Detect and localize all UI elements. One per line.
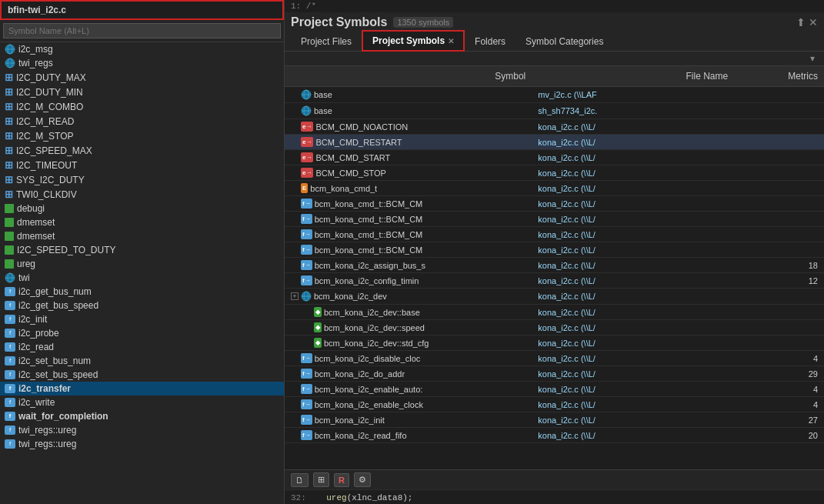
table-row[interactable]: f→bcm_kona_i2c_config_timinkona_i2c.c (\… bbox=[285, 273, 824, 289]
toolbar-page-btn[interactable]: 🗋 bbox=[291, 473, 309, 487]
search-input[interactable] bbox=[3, 23, 281, 38]
list-item-TWI0_CLKDIV[interactable]: ⊞TWI0_CLKDIV bbox=[0, 187, 284, 202]
list-item-dmemset2[interactable]: dmemset bbox=[0, 229, 284, 243]
list-item-twi_regs_ureg2[interactable]: ftwi_regs::ureg bbox=[0, 437, 284, 451]
list-item-I2C_M_COMBO[interactable]: ⊞I2C_M_COMBO bbox=[0, 99, 284, 114]
list-item-i2c_read[interactable]: fi2c_read bbox=[0, 340, 284, 354]
list-item-twi_regs[interactable]: twi_regs bbox=[0, 56, 284, 70]
symbol-cell: base bbox=[285, 103, 532, 118]
list-item-i2c_transfer[interactable]: fi2c_transfer bbox=[0, 382, 284, 396]
symbol-cell: e→BCM_CMD_NOACTION bbox=[285, 119, 532, 134]
table-row[interactable]: f→bcm_kona_cmd_t::BCM_CMkona_i2c.c (\\L/ bbox=[285, 227, 824, 242]
list-item-i2c_set_bus_speed[interactable]: fi2c_set_bus_speed bbox=[0, 368, 284, 382]
list-item-I2C_DUTY_MAX[interactable]: ⊞I2C_DUTY_MAX bbox=[0, 70, 284, 85]
list-item-I2C_SPEED_MAX[interactable]: ⊞I2C_SPEED_MAX bbox=[0, 143, 284, 158]
list-item-twi_regs_ureg[interactable]: ftwi_regs::ureg bbox=[0, 423, 284, 437]
list-item-i2c_set_bus_num[interactable]: fi2c_set_bus_num bbox=[0, 354, 284, 368]
list-item-i2c_get_bus_num[interactable]: fi2c_get_bus_num bbox=[0, 285, 284, 299]
list-item-SYS_I2C_DUTY[interactable]: ⊞SYS_I2C_DUTY bbox=[0, 172, 284, 187]
metrics-cell: 27 bbox=[734, 412, 824, 428]
tab-folders[interactable]: Folders bbox=[465, 32, 515, 51]
table-row[interactable]: +bcm_kona_i2c_devkona_i2c.c (\\L/ bbox=[285, 289, 824, 305]
table-row[interactable]: f→bcm_kona_i2c_read_fifokona_i2c.c (\\L/… bbox=[285, 428, 824, 443]
sym-globe-group-icon bbox=[301, 291, 312, 302]
toolbar-grid-btn[interactable]: ⊞ bbox=[313, 472, 329, 487]
list-item-label: ureg bbox=[17, 259, 35, 269]
symbol-name: bcm_kona_i2c_enable_clock bbox=[315, 400, 423, 409]
list-item-i2c_msg[interactable]: i2c_msg bbox=[0, 42, 284, 56]
table-row[interactable]: f→bcm_kona_cmd_t::BCM_CMkona_i2c.c (\\L/ bbox=[285, 196, 824, 212]
table-row[interactable]: ◆bcm_kona_i2c_dev::std_cfgkona_i2c.c (\\… bbox=[285, 335, 824, 351]
file-cell: kona_i2c.c (\\L/ bbox=[532, 119, 734, 135]
table-scroll[interactable]: SymbolFile NameMetrics basemv_i2c.c (\\L… bbox=[285, 66, 824, 469]
table-row[interactable]: e→BCM_CMD_STOPkona_i2c.c (\\L/ bbox=[285, 165, 824, 181]
list-item-label: i2c_get_bus_num bbox=[18, 286, 92, 297]
table-row[interactable]: basesh_sh7734_i2c. bbox=[285, 103, 824, 119]
bottom-code: 32: ureg(xlnc_data8); bbox=[285, 489, 824, 504]
list-item-I2C_M_READ[interactable]: ⊞I2C_M_READ bbox=[0, 114, 284, 129]
list-item-i2c_write[interactable]: fi2c_write bbox=[0, 396, 284, 409]
list-item-label: i2c_transfer bbox=[18, 383, 71, 394]
panel-header: Project Symbols 1350 symbols ⬆ ✕ bbox=[285, 12, 824, 29]
metrics-cell: 18 bbox=[734, 258, 824, 273]
table-row[interactable]: f→bcm_kona_cmd_t::BCM_CMkona_i2c.c (\\L/ bbox=[285, 212, 824, 227]
file-cell: kona_i2c.c (\\L/ bbox=[532, 428, 734, 443]
table-row[interactable]: ◆bcm_kona_i2c_dev::basekona_i2c.c (\\L/ bbox=[285, 305, 824, 320]
pin-icon[interactable]: ⬆ bbox=[796, 16, 806, 28]
list-item-I2C_DUTY_MIN[interactable]: ⊞I2C_DUTY_MIN bbox=[0, 85, 284, 99]
table-row[interactable]: f→bcm_kona_i2c_initkona_i2c.c (\\L/27 bbox=[285, 412, 824, 428]
table-row[interactable]: f→bcm_kona_i2c_enable_auto:kona_i2c.c (\… bbox=[285, 382, 824, 397]
table-row[interactable]: f→bcm_kona_i2c_assign_bus_skona_i2c.c (\… bbox=[285, 258, 824, 273]
table-row[interactable]: f→bcm_kona_i2c_do_addrkona_i2c.c (\\L/29 bbox=[285, 366, 824, 382]
dropdown-arrow[interactable]: ▾ bbox=[807, 50, 818, 67]
list-item-ureg[interactable]: ureg bbox=[0, 257, 284, 271]
sym-enum-icon: e→ bbox=[301, 137, 313, 147]
list-item-debugi[interactable]: debugi bbox=[0, 202, 284, 215]
list-item-i2c_get_bus_speed[interactable]: fi2c_get_bus_speed bbox=[0, 299, 284, 312]
symbol-cell: f→bcm_kona_i2c_enable_auto: bbox=[285, 382, 532, 396]
table-row[interactable]: ◆bcm_kona_i2c_dev::speedkona_i2c.c (\\L/ bbox=[285, 320, 824, 335]
file-cell: kona_i2c.c (\\L/ bbox=[532, 382, 734, 397]
sym-fn-icon: f→ bbox=[301, 245, 312, 255]
list-item-i2c_probe[interactable]: fi2c_probe bbox=[0, 326, 284, 340]
filter-row: ▾ bbox=[285, 52, 824, 66]
list-item-label: TWI0_CLKDIV bbox=[16, 189, 77, 200]
blue-fn-icon: f bbox=[5, 398, 15, 407]
green-sq-icon bbox=[5, 232, 14, 241]
tab-close-icon[interactable]: ✕ bbox=[448, 37, 454, 45]
hash-icon: ⊞ bbox=[5, 130, 13, 142]
list-item-i2c_init[interactable]: fi2c_init bbox=[0, 312, 284, 326]
metrics-cell bbox=[734, 165, 824, 181]
list-item-I2C_M_STOP[interactable]: ⊞I2C_M_STOP bbox=[0, 129, 284, 143]
list-item-label: SYS_I2C_DUTY bbox=[16, 175, 85, 185]
metrics-cell bbox=[734, 305, 824, 320]
symbols-table: SymbolFile NameMetrics basemv_i2c.c (\\L… bbox=[285, 66, 824, 443]
table-row[interactable]: f→bcm_kona_cmd_t::BCM_CMkona_i2c.c (\\L/ bbox=[285, 242, 824, 258]
toolbar-gear-btn[interactable]: ⚙ bbox=[354, 472, 371, 487]
metrics-cell: 29 bbox=[734, 366, 824, 382]
list-item-I2C_TIMEOUT[interactable]: ⊞I2C_TIMEOUT bbox=[0, 158, 284, 172]
table-row[interactable]: Ebcm_kona_cmd_tkona_i2c.c (\\L/ bbox=[285, 181, 824, 196]
tab-symbol-categories[interactable]: Symbol Categories bbox=[515, 32, 613, 51]
list-item-label: wait_for_completion bbox=[18, 411, 108, 422]
symbol-list: i2c_msgtwi_regs⊞I2C_DUTY_MAX⊞I2C_DUTY_MI… bbox=[0, 42, 284, 504]
search-box-container bbox=[0, 20, 284, 42]
list-item-I2C_SPEED_TO_DUTY[interactable]: I2C_SPEED_TO_DUTY bbox=[0, 243, 284, 257]
list-item-twi[interactable]: twi bbox=[0, 271, 284, 285]
symbol-cell: f→bcm_kona_i2c_disable_cloc bbox=[285, 351, 532, 365]
table-row[interactable]: e→BCM_CMD_NOACTIONkona_i2c.c (\\L/ bbox=[285, 119, 824, 135]
tab-project-files[interactable]: Project Files bbox=[291, 32, 362, 51]
toolbar-r-btn[interactable]: R bbox=[334, 473, 349, 487]
table-row[interactable]: f→bcm_kona_i2c_enable_clockkona_i2c.c (\… bbox=[285, 397, 824, 412]
symbol-name: bcm_kona_i2c_enable_auto: bbox=[315, 385, 423, 394]
list-item-label: i2c_write bbox=[18, 397, 55, 408]
close-panel-icon[interactable]: ✕ bbox=[809, 16, 818, 28]
expand-icon[interactable]: + bbox=[291, 292, 299, 300]
table-row[interactable]: basemv_i2c.c (\\LAF bbox=[285, 87, 824, 103]
tab-project-symbols[interactable]: Project Symbols✕ bbox=[362, 30, 465, 52]
table-row[interactable]: e→BCM_CMD_STARTkona_i2c.c (\\L/ bbox=[285, 150, 824, 165]
list-item-wait_for_completion[interactable]: fwait_for_completion bbox=[0, 409, 284, 423]
list-item-dmemset1[interactable]: dmemset bbox=[0, 215, 284, 229]
table-row[interactable]: e→BCM_CMD_RESTARTkona_i2c.c (\\L/ bbox=[285, 135, 824, 150]
table-row[interactable]: f→bcm_kona_i2c_disable_clockona_i2c.c (\… bbox=[285, 351, 824, 366]
